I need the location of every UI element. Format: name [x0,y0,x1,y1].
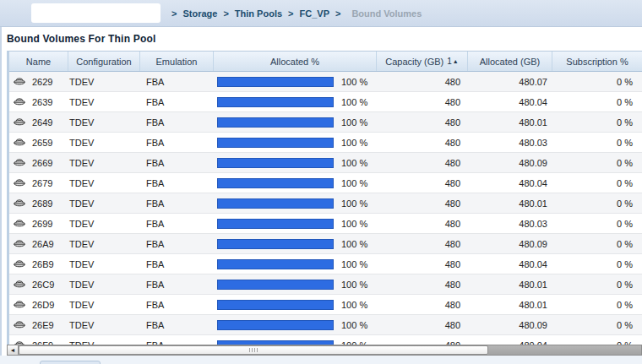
volume-name[interactable]: 2659 [32,138,52,148]
allocated-pct-value: 100 % [341,219,367,229]
volume-name[interactable]: 2699 [32,219,52,229]
page-title: Bound Volumes For Thin Pool [0,33,156,45]
emulation-cell: FBA [139,92,213,111]
table-row[interactable]: 26B9 TDEV FBA 100 % 480 480.04 0 % [9,254,642,274]
volume-name[interactable]: 2629 [32,77,52,87]
table-row[interactable]: 26E9 TDEV FBA 100 % 480 480.09 0 % [9,315,642,335]
allocated-gb-cell: 480.07 [467,72,552,91]
column-header-capacity-label: Capacity (GB) [385,57,443,67]
volume-name[interactable]: 2679 [32,178,52,188]
column-header-emulation[interactable]: Emulation [139,52,213,71]
table-row[interactable]: 2679 TDEV FBA 100 % 480 480.04 0 % [9,173,642,193]
horizontal-scrollbar[interactable]: ◄ [7,345,642,356]
emulation-cell: FBA [139,274,213,294]
sort-order-number: 1 [447,57,452,66]
subscription-pct-cell: 0 % [552,295,642,314]
volume-disk-icon [14,198,25,208]
volume-name[interactable]: 2649 [32,117,52,128]
configuration-cell: TDEV [68,254,139,274]
configuration-cell: TDEV [68,72,139,91]
table-row[interactable]: 26D9 TDEV FBA 100 % 480 480.01 0 % [9,295,642,315]
allocated-bar [217,178,334,188]
allocated-bar [217,300,334,310]
breadcrumb-item-bound-volumes: Bound Volumes [351,8,422,19]
capacity-gb-cell: 480 [376,153,467,172]
scroll-left-button[interactable]: ◄ [8,345,19,355]
breadcrumb: > Storage > Thin Pools > FC_VP > Bound V… [0,0,642,27]
capacity-gb-cell: 480 [376,214,467,233]
capacity-gb-cell: 480 [376,254,467,274]
breadcrumb-item-storage[interactable]: Storage [182,8,217,19]
allocated-pct-value: 100 % [341,77,367,87]
allocated-pct-value: 100 % [341,97,367,107]
column-header-subscription-pct[interactable]: Subscription % [552,52,642,71]
allocated-gb-cell: 480.04 [467,173,552,193]
allocated-gb-cell: 480.01 [467,295,552,314]
breadcrumb-item-fc-vp[interactable]: FC_VP [300,8,329,19]
volume-name[interactable]: 26E9 [32,320,54,330]
allocated-bar [217,97,334,107]
volume-name-cell: 26A9 [9,234,68,253]
configuration-cell: TDEV [68,274,139,294]
capacity-gb-cell: 480 [376,112,467,132]
allocated-gb-cell: 480.01 [467,112,552,132]
emulation-cell: FBA [139,315,213,334]
allocated-bar [217,77,334,87]
allocated-pct-value: 100 % [341,239,367,249]
column-header-name[interactable]: Name [9,52,68,71]
volume-disk-icon [14,97,25,106]
volume-name[interactable]: 2689 [32,198,52,209]
volume-name-cell: 2679 [9,173,68,193]
volume-name-cell: 2659 [9,133,68,152]
table-row[interactable]: 26C9 TDEV FBA 100 % 480 480.01 0 % [9,274,642,295]
allocated-pct-cell: 100 % [213,274,376,294]
allocated-pct-cell: 100 % [213,193,376,213]
table-row[interactable]: 2659 TDEV FBA 100 % 480 480.03 0 % [9,133,642,153]
sort-ascending-icon: ▲ [453,58,459,64]
subscription-pct-cell: 0 % [552,234,642,253]
volume-name[interactable]: 2669 [32,158,52,168]
table-row[interactable]: 2699 TDEV FBA 100 % 480 480.03 0 % [9,214,642,234]
allocated-gb-cell: 480.03 [467,214,552,233]
configuration-cell: TDEV [68,295,139,314]
volume-name[interactable]: 26A9 [32,239,54,249]
column-header-allocated-pct[interactable]: Allocated % [213,52,376,71]
emulation-cell: FBA [139,295,213,314]
allocated-pct-cell: 100 % [213,133,376,152]
scrollbar-thumb[interactable] [19,345,488,355]
configuration-cell: TDEV [68,92,139,111]
volume-name[interactable]: 26C9 [32,280,54,290]
table-row[interactable]: 26A9 TDEV FBA 100 % 480 480.09 0 % [9,234,642,254]
table-row[interactable]: 2669 TDEV FBA 100 % 480 480.09 0 % [9,153,642,173]
subscription-pct-cell: 0 % [552,112,642,132]
volume-disk-icon [14,300,25,309]
breadcrumb-item-thin-pools[interactable]: Thin Pools [235,8,282,19]
allocated-pct-cell: 100 % [213,315,376,334]
emulation-cell: FBA [139,173,213,193]
table-row[interactable]: 2689 TDEV FBA 100 % 480 480.01 0 % [9,193,642,214]
column-header-capacity-gb[interactable]: Capacity (GB) 1 ▲ [376,52,467,71]
allocated-pct-value: 100 % [341,320,367,330]
table-row[interactable]: 2649 TDEV FBA 100 % 480 480.01 0 % [9,112,642,133]
allocated-pct-cell: 100 % [213,234,376,253]
volume-name-cell: 26B9 [9,254,68,274]
subscription-pct-cell: 0 % [552,92,642,111]
volume-name[interactable]: 26D9 [32,300,54,310]
volume-name[interactable]: 26B9 [32,259,54,269]
bottom-band [0,356,642,364]
column-header-configuration[interactable]: Configuration [68,52,139,71]
emulation-cell: FBA [139,254,213,274]
subscription-pct-cell: 0 % [552,72,642,91]
table-row[interactable]: 2629 TDEV FBA 100 % 480 480.07 0 % [9,72,642,92]
subscription-pct-cell: 0 % [552,153,642,172]
configuration-cell: TDEV [68,315,139,334]
scrollbar-track[interactable] [488,345,641,355]
allocated-pct-value: 100 % [341,300,367,310]
capacity-gb-cell: 480 [376,92,467,111]
volume-name-cell: 2689 [9,193,68,213]
table-row[interactable]: 2639 TDEV FBA 100 % 480 480.04 0 % [9,92,642,112]
volume-name[interactable]: 2639 [32,97,52,107]
volume-disk-icon [14,138,25,147]
column-header-allocated-gb[interactable]: Allocated (GB) [467,52,552,71]
breadcrumb-redacted-root[interactable] [31,3,160,23]
